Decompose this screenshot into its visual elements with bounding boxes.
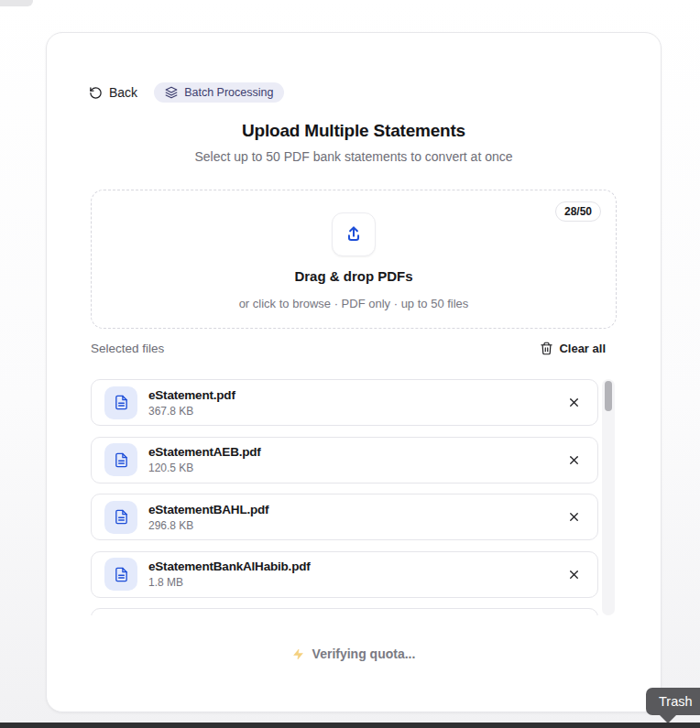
close-icon <box>567 568 581 581</box>
file-list-scrollbar[interactable] <box>602 379 615 615</box>
batch-processing-badge: Batch Processing <box>154 82 284 103</box>
close-icon <box>567 453 581 467</box>
file-row: eStatementAEB.pdf120.5 KB <box>91 437 598 484</box>
trash-icon <box>540 342 553 355</box>
page-subtitle: Select up to 50 PDF bank statements to c… <box>91 149 617 164</box>
layers-icon <box>165 86 178 99</box>
clear-all-label: Clear all <box>559 342 606 355</box>
quota-status-text: Verifying quota... <box>312 647 416 661</box>
badge-label: Batch Processing <box>184 86 273 99</box>
file-meta: eStatement.pdf367.8 KB <box>148 388 235 418</box>
files-header: Selected files Clear all <box>91 342 617 355</box>
file-count-badge: 28/50 <box>555 201 601 222</box>
dropzone-heading: Drag & drop PDFs <box>294 268 412 284</box>
screen-edge-strip <box>0 723 700 728</box>
file-name: eStatement.pdf <box>148 388 235 402</box>
file-row <box>91 608 598 615</box>
rotate-ccw-icon <box>89 86 103 100</box>
back-button[interactable]: Back <box>89 85 137 100</box>
dropzone[interactable]: 28/50 Drag & drop PDFs or click to brows… <box>91 190 617 329</box>
dropzone-hint: or click to browse · PDF only · up to 50… <box>239 297 469 310</box>
file-size: 1.8 MB <box>148 576 311 589</box>
file-meta: eStatementBankAlHabib.pdf1.8 MB <box>148 560 311 589</box>
file-meta: eStatementAEB.pdf120.5 KB <box>148 445 261 474</box>
file-name: eStatementBankAlHabib.pdf <box>148 560 311 573</box>
file-name: eStatementBAHL.pdf <box>148 503 268 516</box>
back-label: Back <box>109 85 137 100</box>
file-size: 120.5 KB <box>148 462 261 474</box>
scrollbar-thumb[interactable] <box>605 381 612 411</box>
remove-file-button[interactable] <box>565 566 583 583</box>
file-row: eStatementBankAlHabib.pdf1.8 MB <box>91 551 598 598</box>
file-text-icon <box>114 452 129 468</box>
close-icon <box>567 396 581 409</box>
file-name: eStatementAEB.pdf <box>148 445 261 459</box>
file-row: eStatementBAHL.pdf296.8 KB <box>91 494 598 540</box>
file-size: 296.8 KB <box>148 519 268 532</box>
file-text-icon <box>114 509 129 525</box>
trash-tooltip: Trash <box>646 688 700 715</box>
file-icon-box <box>104 501 137 534</box>
clear-all-button[interactable]: Clear all <box>540 342 606 355</box>
page-title: Upload Multiple Statements <box>91 121 617 141</box>
close-icon <box>567 510 581 524</box>
file-icon-box <box>104 386 137 419</box>
file-text-icon <box>114 567 129 582</box>
file-meta: eStatementBAHL.pdf296.8 KB <box>148 503 268 532</box>
file-text-icon <box>114 395 129 410</box>
file-icon-box <box>104 443 137 476</box>
zap-icon <box>292 648 304 660</box>
scrollbar-remnant <box>0 0 33 6</box>
file-icon-box <box>104 558 137 591</box>
selected-files-label: Selected files <box>91 342 164 355</box>
file-size: 367.8 KB <box>148 405 235 418</box>
upload-icon-box <box>332 212 376 256</box>
trash-tooltip-label: Trash <box>659 694 693 709</box>
remove-file-button[interactable] <box>565 394 583 411</box>
page-background: Back Batch Processing Upload Multiple St… <box>0 0 700 728</box>
card-header: Back Batch Processing <box>91 82 617 103</box>
file-row: eStatement.pdf367.8 KB <box>91 379 598 426</box>
remove-file-button[interactable] <box>565 451 583 469</box>
quota-status: Verifying quota... <box>91 647 617 661</box>
batch-upload-card: Back Batch Processing Upload Multiple St… <box>46 32 662 712</box>
file-list: eStatement.pdf367.8 KBeStatementAEB.pdf1… <box>91 379 617 615</box>
remove-file-button[interactable] <box>565 508 583 526</box>
upload-icon <box>344 224 364 244</box>
